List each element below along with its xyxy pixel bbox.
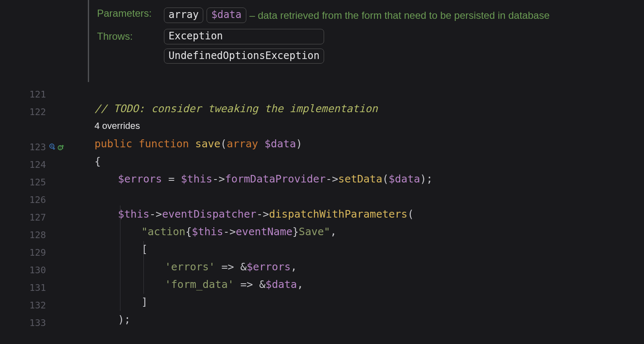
throws-tag[interactable]: UndefinedOptionsException — [164, 49, 324, 64]
doc-throws-label: Throws: — [97, 29, 160, 42]
line-number[interactable]: 124 — [0, 156, 71, 173]
overrides-inlay-hint[interactable]: 4 overrides — [71, 117, 644, 135]
svg-text:I: I — [59, 146, 61, 150]
param-type-tag[interactable]: array — [164, 8, 203, 23]
code-line[interactable]: public function save(array $data) — [71, 135, 644, 152]
throws-tag[interactable]: Exception — [164, 29, 324, 44]
svg-point-1 — [51, 145, 53, 147]
indent-guide — [143, 241, 144, 294]
line-number[interactable]: 121 — [0, 85, 71, 103]
line-number[interactable]: 131 — [0, 279, 71, 296]
code-line[interactable] — [71, 187, 644, 205]
line-number[interactable]: 125 — [0, 173, 71, 191]
implements-gutter-icon[interactable]: I — [58, 144, 64, 150]
param-name-tag[interactable]: $data — [207, 8, 246, 23]
code-line[interactable]: $this->eventDispatcher->dispatchWithPara… — [71, 205, 644, 223]
line-number[interactable]: 128 — [0, 226, 71, 244]
override-gutter-icon[interactable] — [49, 144, 56, 150]
line-number-gutter: 121 122 123 I 124 125 126 127 128 129 13… — [0, 0, 71, 344]
code-line[interactable]: 'form_data' => &$data, — [71, 275, 644, 293]
line-number[interactable]: 129 — [0, 244, 71, 261]
doc-block: Parameters: array $data – data retrieved… — [71, 0, 644, 82]
doc-block-border — [88, 0, 89, 82]
code-line[interactable] — [71, 82, 644, 100]
line-number[interactable]: 133 — [0, 314, 71, 331]
code-line[interactable]: [ — [71, 240, 644, 258]
line-number[interactable]: 127 — [0, 208, 71, 226]
indent-guide — [120, 205, 120, 311]
gutter-spacer — [0, 121, 71, 138]
code-line[interactable]: $errors = $this->formDataProvider->setDa… — [71, 170, 644, 187]
param-description: – data retrieved from the form that need… — [250, 9, 550, 22]
code-line[interactable]: { — [71, 152, 644, 170]
doc-parameters-row: Parameters: array $data – data retrieved… — [97, 8, 644, 23]
doc-throws-row: Throws: Exception UndefinedOptionsExcept… — [97, 29, 644, 64]
code-area[interactable]: Parameters: array $data – data retrieved… — [71, 0, 644, 344]
line-number[interactable]: 122 — [0, 103, 71, 121]
code-line[interactable]: 'errors' => &$errors, — [71, 258, 644, 275]
doc-parameters-label: Parameters: — [97, 8, 160, 19]
code-line[interactable]: ); — [71, 311, 644, 328]
code-line[interactable]: // TODO: consider tweaking the implement… — [71, 100, 644, 117]
line-number[interactable]: 123 I — [0, 138, 71, 156]
line-number[interactable]: 132 — [0, 296, 71, 314]
todo-comment: // TODO: consider tweaking the implement… — [95, 103, 378, 115]
code-line[interactable]: "action{$this->eventName}Save", — [71, 223, 644, 240]
line-number[interactable]: 130 — [0, 261, 71, 279]
line-number[interactable]: 126 — [0, 191, 71, 208]
code-line[interactable]: ] — [71, 293, 644, 311]
code-editor[interactable]: 121 122 123 I 124 125 126 127 128 129 13… — [0, 0, 644, 344]
doc-parameters-tags: array $data – data retrieved from the fo… — [164, 8, 549, 23]
